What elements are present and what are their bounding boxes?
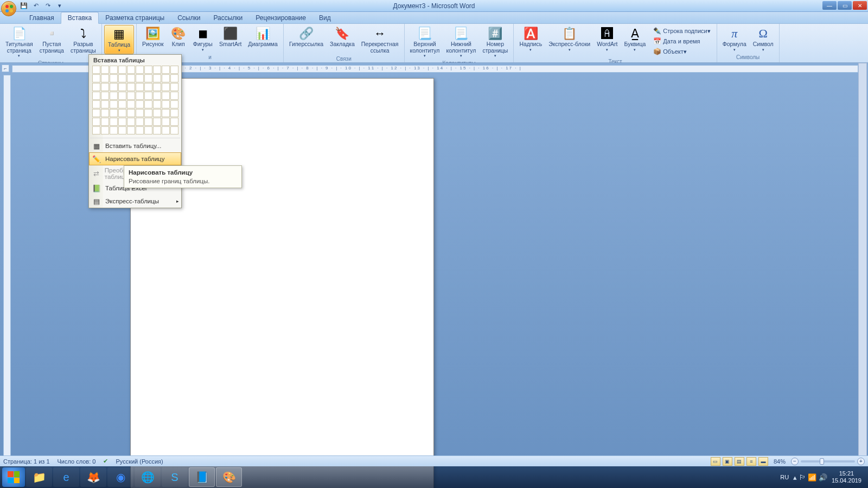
grid-cell[interactable] (162, 92, 170, 100)
textbox-button[interactable]: 🅰️Надпись▾ (516, 25, 545, 53)
grid-cell[interactable] (170, 92, 178, 100)
zoom-out-button[interactable]: − (791, 458, 799, 465)
grid-cell[interactable] (170, 118, 178, 126)
grid-cell[interactable] (92, 83, 100, 91)
clip-button[interactable]: 🎨Клип (167, 25, 190, 49)
grid-cell[interactable] (127, 92, 135, 100)
grid-cell[interactable] (92, 109, 100, 117)
header-button[interactable]: 📃Верхний колонтитул▾ (407, 25, 443, 59)
grid-cell[interactable] (144, 126, 152, 134)
grid-cell[interactable] (110, 118, 118, 126)
zoom-in-button[interactable]: + (857, 458, 865, 465)
view-print-layout[interactable]: ▭ (711, 457, 720, 466)
tab-view[interactable]: Вид (312, 12, 337, 23)
object-button[interactable]: 📦Объект ▾ (651, 47, 712, 56)
grid-cell[interactable] (162, 118, 170, 126)
grid-cell[interactable] (127, 118, 135, 126)
grid-cell[interactable] (136, 118, 144, 126)
footer-button[interactable]: 📃Нижний колонтитул▾ (443, 25, 479, 59)
tab-pagelayout[interactable]: Разметка страницы (99, 12, 171, 23)
wordart-button[interactable]: 🅰WordArt▾ (593, 25, 621, 53)
undo-icon[interactable]: ↶ (31, 1, 41, 11)
draw-table-item[interactable]: ✏️Нарисовать таблицу (89, 152, 181, 165)
grid-cell[interactable] (127, 126, 135, 134)
grid-cell[interactable] (110, 92, 118, 100)
grid-cell[interactable] (101, 74, 109, 82)
grid-cell[interactable] (153, 126, 161, 134)
grid-cell[interactable] (162, 83, 170, 91)
insert-table-item[interactable]: ▦Вставить таблицу... (89, 139, 181, 152)
grid-cell[interactable] (162, 109, 170, 117)
smartart-button[interactable]: ⬛SmartArt (216, 25, 245, 49)
grid-cell[interactable] (101, 66, 109, 74)
grid-cell[interactable] (92, 118, 100, 126)
grid-cell[interactable] (170, 109, 178, 117)
grid-cell[interactable] (101, 126, 109, 134)
redo-icon[interactable]: ↷ (43, 1, 53, 11)
grid-cell[interactable] (110, 109, 118, 117)
status-words[interactable]: Число слов: 0 (58, 458, 96, 465)
status-language[interactable]: Русский (Россия) (116, 458, 163, 465)
grid-cell[interactable] (136, 92, 144, 100)
grid-cell[interactable] (144, 83, 152, 91)
grid-cell[interactable] (153, 83, 161, 91)
grid-cell[interactable] (162, 74, 170, 82)
page-break-button[interactable]: ⤵Разрыв страницы (67, 25, 99, 55)
close-button[interactable]: ✕ (853, 1, 867, 10)
grid-cell[interactable] (136, 100, 144, 108)
tray-icons[interactable]: ▴ 🏳 📶 🔊 (793, 473, 827, 481)
taskbar-ie[interactable]: e (53, 467, 79, 487)
tab-references[interactable]: Ссылки (171, 12, 207, 23)
status-page[interactable]: Страница: 1 из 1 (3, 458, 50, 465)
grid-cell[interactable] (92, 74, 100, 82)
grid-cell[interactable] (144, 109, 152, 117)
grid-cell[interactable] (101, 92, 109, 100)
equation-button[interactable]: πФормула▾ (719, 25, 750, 53)
hyperlink-button[interactable]: 🔗Гиперссылка (286, 25, 327, 49)
grid-cell[interactable] (170, 74, 178, 82)
tab-review[interactable]: Рецензирование (249, 12, 312, 23)
taskbar-firefox[interactable]: 🦊 (80, 467, 106, 487)
grid-cell[interactable] (127, 100, 135, 108)
grid-cell[interactable] (118, 92, 126, 100)
grid-cell[interactable] (136, 66, 144, 74)
grid-cell[interactable] (92, 66, 100, 74)
zoom-thumb[interactable] (820, 458, 824, 465)
grid-cell[interactable] (118, 83, 126, 91)
bookmark-button[interactable]: 🔖Закладка (327, 25, 358, 49)
view-outline[interactable]: ≡ (746, 457, 756, 466)
table-button[interactable]: ▦Таблица▾ (104, 25, 134, 54)
grid-cell[interactable] (118, 109, 126, 117)
grid-cell[interactable] (127, 109, 135, 117)
grid-cell[interactable] (153, 92, 161, 100)
grid-cell[interactable] (118, 126, 126, 134)
tab-home[interactable]: Главная (23, 12, 61, 23)
grid-cell[interactable] (101, 100, 109, 108)
grid-cell[interactable] (101, 83, 109, 91)
minimize-button[interactable]: — (822, 1, 837, 10)
taskbar-explorer[interactable]: 📁 (26, 467, 52, 487)
zoom-slider[interactable] (801, 460, 855, 463)
grid-cell[interactable] (110, 74, 118, 82)
grid-cell[interactable] (92, 100, 100, 108)
quickparts-button[interactable]: 📋Экспресс-блоки▾ (545, 25, 593, 53)
grid-cell[interactable] (144, 66, 152, 74)
taskbar-zoom[interactable]: ◉ (107, 467, 133, 487)
symbol-button[interactable]: ΩСимвол▾ (750, 25, 777, 53)
grid-cell[interactable] (118, 118, 126, 126)
grid-cell[interactable] (118, 74, 126, 82)
grid-cell[interactable] (170, 100, 178, 108)
grid-cell[interactable] (127, 74, 135, 82)
signature-line-button[interactable]: ✒️Строка подписи ▾ (651, 26, 712, 36)
tab-mailings[interactable]: Рассылки (207, 12, 249, 23)
taskbar-paint[interactable]: 🎨 (216, 467, 242, 487)
office-button[interactable] (1, 1, 16, 16)
dropcap-button[interactable]: A̲Буквица▾ (621, 25, 649, 53)
proofing-icon[interactable]: ✔ (103, 458, 108, 465)
grid-cell[interactable] (153, 109, 161, 117)
grid-cell[interactable] (136, 109, 144, 117)
qat-customize-icon[interactable]: ▾ (55, 1, 65, 11)
grid-cell[interactable] (170, 126, 178, 134)
cover-page-button[interactable]: 📄Титульная страница▾ (2, 25, 36, 59)
grid-cell[interactable] (110, 100, 118, 108)
